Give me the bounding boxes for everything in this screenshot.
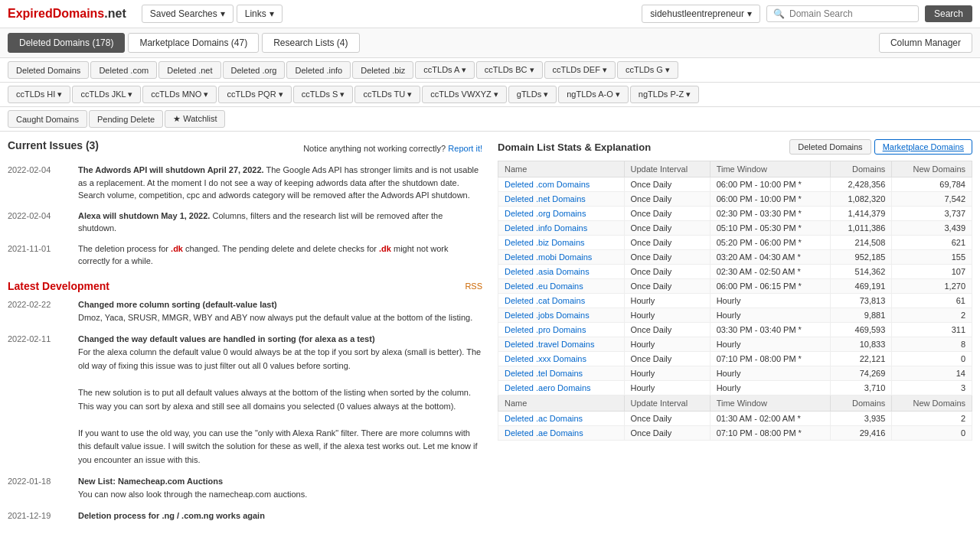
tab3-ngtlds-pz[interactable]: ngTLDs P-Z ▾ [630, 86, 699, 103]
col2-window: Time Window [710, 395, 830, 412]
window-cell: 01:30 AM - 02:00 AM * [710, 412, 830, 426]
new-domains-cell: 155 [892, 250, 972, 265]
tab2-cctlds-bc[interactable]: ccTLDs BC ▾ [476, 61, 543, 79]
domain-name-cell: Deleted .ac Domains [498, 412, 625, 426]
domain-link[interactable]: Deleted .biz Domains [505, 238, 585, 247]
domain-name-cell: Deleted .xxx Domains [498, 352, 625, 366]
domain-link[interactable]: Deleted .asia Domains [505, 267, 590, 276]
domain-link[interactable]: Deleted .travel Domains [505, 340, 594, 349]
domain-link[interactable]: Deleted .cat Domains [505, 296, 585, 305]
table-row: Deleted .biz Domains Once Daily 05:20 PM… [498, 236, 972, 250]
tab3-cctlds-jkl[interactable]: ccTLDs JKL ▾ [72, 86, 141, 103]
tab2-deleted-info[interactable]: Deleted .info [286, 61, 351, 79]
domain-link[interactable]: Deleted .ac Domains [505, 414, 583, 423]
table-row: Deleted .ae Domains Once Daily 07:10 PM … [498, 426, 972, 441]
tab3-gtlds[interactable]: gTLDs ▾ [508, 86, 557, 103]
tab3-cctlds-s[interactable]: ccTLDs S ▾ [293, 86, 354, 103]
tab-marketplace-domains[interactable]: Marketplace Domains (47) [128, 33, 259, 53]
tab4-caught-domains[interactable]: Caught Domains [8, 110, 87, 128]
domains-cell: 10,833 [830, 337, 892, 352]
tab3-cctlds-hi[interactable]: ccTLDs HI ▾ [8, 86, 70, 103]
tab3-cctlds-vwxyz[interactable]: ccTLDs VWXYZ ▾ [422, 86, 507, 103]
table-row: Deleted .org Domains Once Daily 02:30 PM… [498, 207, 972, 221]
domain-link[interactable]: Deleted .com Domains [505, 180, 590, 189]
interval-cell: Once Daily [624, 192, 710, 207]
stats-tab-deleted-label: Deleted Domains [798, 142, 862, 151]
column-manager-button[interactable]: Column Manager [879, 33, 972, 53]
domain-link[interactable]: Deleted .eu Domains [505, 282, 583, 291]
report-link[interactable]: Report it! [448, 144, 482, 153]
domain-link[interactable]: Deleted .pro Domains [505, 325, 586, 334]
domain-link[interactable]: Deleted .xxx Domains [505, 354, 586, 363]
tab3-cctlds-pqr[interactable]: ccTLDs PQR ▾ [218, 86, 291, 103]
window-cell: 05:10 PM - 05:30 PM * [710, 221, 830, 236]
tab-deleted-domains[interactable]: Deleted Domains (178) [8, 33, 125, 53]
search-button[interactable]: Search [925, 5, 972, 22]
domain-link[interactable]: Deleted .info Domains [505, 223, 587, 233]
new-domains-cell: 311 [892, 323, 972, 337]
tab3-cctlds-tu[interactable]: ccTLDs TU ▾ [354, 86, 420, 103]
interval-cell: Once Daily [624, 279, 710, 294]
stats-tab-marketplace[interactable]: Marketplace Domains [874, 139, 972, 155]
domains-cell: 3,710 [830, 381, 892, 395]
domain-name-cell: Deleted .aero Domains [498, 381, 625, 395]
tab4-watchlist[interactable]: ★ Watchlist [165, 110, 225, 128]
domains-cell: 1,011,386 [830, 221, 892, 236]
domains-cell: 22,121 [830, 352, 892, 366]
new-domains-cell: 3,737 [892, 207, 972, 221]
tab2-cctlds-a[interactable]: ccTLDs A ▾ [415, 61, 475, 79]
domain-link[interactable]: Deleted .org Domains [505, 209, 586, 218]
col-domains: Domains [830, 161, 892, 177]
search-input[interactable] [789, 8, 912, 19]
window-cell: 05:20 PM - 06:00 PM * [710, 236, 830, 250]
table-row: Deleted .pro Domains Once Daily 03:30 PM… [498, 323, 972, 337]
logo[interactable]: ExpiredDomains.net [8, 7, 126, 21]
domain-link[interactable]: Deleted .mobi Domains [505, 252, 592, 262]
domain-name-cell: Deleted .tel Domains [498, 366, 625, 381]
tab3-ngtlds-ao[interactable]: ngTLDs A-O ▾ [558, 86, 629, 103]
domain-link[interactable]: Deleted .ae Domains [505, 428, 583, 438]
links-button[interactable]: Links ▾ [237, 5, 283, 23]
domain-name-cell: Deleted .pro Domains [498, 323, 625, 337]
stats-title: Domain List Stats & Explanation [498, 142, 651, 153]
tab2-deleted-biz[interactable]: Deleted .biz [352, 61, 413, 79]
stats-header: Domain List Stats & Explanation Deleted … [498, 139, 972, 155]
tab2-deleted-org[interactable]: Deleted .org [223, 61, 286, 79]
col-interval: Update Interval [624, 161, 710, 177]
domains-cell: 514,362 [830, 265, 892, 279]
stats-tab-deleted[interactable]: Deleted Domains [789, 139, 871, 155]
links-label: Links [245, 8, 266, 19]
table-row: Deleted .xxx Domains Once Daily 07:10 PM… [498, 352, 972, 366]
domain-link[interactable]: Deleted .net Domains [505, 194, 586, 203]
dev-text: Deletion process for .ng / .com.ng works… [78, 509, 265, 523]
window-cell: 06:00 PM - 10:00 PM * [710, 192, 830, 207]
window-cell: 03:30 PM - 03:40 PM * [710, 323, 830, 337]
tab-deleted-domains-label: Deleted Domains (178) [19, 37, 113, 48]
rss-link[interactable]: RSS [465, 282, 482, 291]
table-row: Deleted .jobs Domains Hourly Hourly 9,88… [498, 308, 972, 323]
dev-date: 2021-12-19 [8, 509, 69, 523]
interval-cell: Once Daily [624, 426, 710, 441]
saved-searches-button[interactable]: Saved Searches ▾ [142, 5, 234, 23]
tab-research-lists[interactable]: Research Lists (4) [262, 33, 359, 53]
tab2-cctlds-g[interactable]: ccTLDs G ▾ [617, 61, 678, 79]
tab2-deleted-com[interactable]: Deleted .com [90, 61, 157, 79]
table-row: Deleted .ac Domains Once Daily 01:30 AM … [498, 412, 972, 426]
table-row: Deleted .mobi Domains Once Daily 03:20 A… [498, 250, 972, 265]
tab4-pending-delete[interactable]: Pending Delete [89, 110, 163, 128]
tab2-deleted-domains[interactable]: Deleted Domains [8, 61, 89, 79]
tab2-deleted-net[interactable]: Deleted .net [158, 61, 220, 79]
interval-cell: Once Daily [624, 207, 710, 221]
user-arrow-icon: ▾ [747, 8, 752, 19]
domain-type-tabs: Deleted Domains Deleted .com Deleted .ne… [0, 58, 980, 83]
dev-text: Changed the way default values are handl… [78, 333, 482, 467]
col2-name: Name [498, 395, 625, 412]
tab2-cctlds-def[interactable]: ccTLDs DEF ▾ [544, 61, 616, 79]
domain-link[interactable]: Deleted .tel Domains [505, 369, 583, 378]
domain-name-cell: Deleted .biz Domains [498, 236, 625, 250]
tab3-cctlds-mno[interactable]: ccTLDs MNO ▾ [142, 86, 217, 103]
user-button[interactable]: sidehustleentrepreneur ▾ [642, 5, 760, 23]
window-cell: Hourly [710, 337, 830, 352]
domain-link[interactable]: Deleted .aero Domains [505, 383, 591, 392]
domain-link[interactable]: Deleted .jobs Domains [505, 311, 590, 320]
